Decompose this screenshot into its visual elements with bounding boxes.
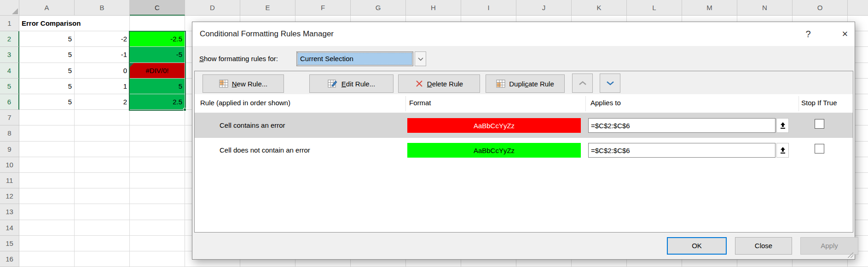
- cell-A16[interactable]: [19, 251, 75, 267]
- col-header-K[interactable]: K: [572, 0, 627, 16]
- cell-C6[interactable]: 2.5: [130, 94, 185, 110]
- cell-C13[interactable]: [130, 204, 185, 220]
- row-header-3[interactable]: 3: [0, 47, 19, 62]
- cell-B8[interactable]: [75, 125, 130, 141]
- cell-B13[interactable]: [75, 204, 130, 220]
- cell-C8[interactable]: [130, 125, 185, 141]
- cell-B7[interactable]: [75, 110, 130, 125]
- col-header-J[interactable]: J: [516, 0, 572, 16]
- cell-C16[interactable]: [130, 251, 185, 267]
- applies-to-input[interactable]: [588, 143, 775, 158]
- col-header-H[interactable]: H: [406, 0, 461, 16]
- row-header-12[interactable]: 12: [0, 188, 19, 204]
- cell-B3[interactable]: -1: [75, 47, 130, 62]
- cell-C15[interactable]: [130, 236, 185, 251]
- cell-C3[interactable]: -5: [130, 47, 185, 62]
- col-header-F[interactable]: F: [295, 0, 351, 16]
- rule-row-cell-not-contains-error[interactable]: Cell does not contain an error AaBbCcYyZ…: [195, 138, 853, 163]
- rule-row-cell-contains-error[interactable]: Cell contains an error AaBbCcYyZz: [195, 113, 853, 138]
- cell-B4[interactable]: 0: [75, 63, 130, 79]
- applies-to-input[interactable]: [588, 118, 775, 133]
- cell-A4[interactable]: 5: [19, 63, 75, 79]
- cell-A3[interactable]: 5: [19, 47, 75, 62]
- cell-C1[interactable]: [130, 16, 185, 31]
- row-header-10[interactable]: 10: [0, 157, 19, 173]
- ok-button[interactable]: OK: [667, 237, 727, 255]
- row-header-1[interactable]: 1: [0, 16, 19, 31]
- cell-A12[interactable]: [19, 188, 75, 204]
- close-button[interactable]: Close: [735, 237, 792, 255]
- select-all-corner[interactable]: [0, 0, 19, 16]
- row-header-4[interactable]: 4: [0, 63, 19, 79]
- duplicate-rule-button[interactable]: Duplicate Rule: [486, 74, 565, 93]
- row-header-11[interactable]: 11: [0, 173, 19, 188]
- col-header-C[interactable]: C: [130, 0, 185, 16]
- edit-rule-button[interactable]: Edit Rule...: [309, 74, 393, 93]
- cell-C2[interactable]: -2.5: [130, 31, 185, 47]
- cell-A1[interactable]: Error Comparison: [19, 16, 130, 31]
- dialog-titlebar[interactable]: Conditional Formatting Rules Manager ? ×: [192, 22, 855, 46]
- cell-B12[interactable]: [75, 188, 130, 204]
- cell-C10[interactable]: [130, 157, 185, 173]
- cell-A13[interactable]: [19, 204, 75, 220]
- row-header-9[interactable]: 9: [0, 142, 19, 157]
- cell-B10[interactable]: [75, 157, 130, 173]
- combobox-dropdown-button[interactable]: [415, 51, 426, 66]
- move-rule-up-button[interactable]: [572, 74, 593, 93]
- cell-C4[interactable]: #DIV/0!: [130, 63, 185, 79]
- cell-C12[interactable]: [130, 188, 185, 204]
- new-rule-button[interactable]: New Rule...: [203, 74, 284, 93]
- cell-B6[interactable]: 2: [75, 94, 130, 110]
- cell-C11[interactable]: [130, 173, 185, 188]
- cell-A15[interactable]: [19, 236, 75, 251]
- cell-C9[interactable]: [130, 142, 185, 157]
- cell-A7[interactable]: [19, 110, 75, 125]
- show-rules-for-combobox[interactable]: Current Selection: [296, 51, 413, 66]
- cell-C14[interactable]: [130, 220, 185, 236]
- cell-A6[interactable]: 5: [19, 94, 75, 110]
- cell-B15[interactable]: [75, 236, 130, 251]
- cell-A11[interactable]: [19, 173, 75, 188]
- row-header-7[interactable]: 7: [0, 110, 19, 125]
- col-header-A[interactable]: A: [19, 0, 75, 16]
- cell-B11[interactable]: [75, 173, 130, 188]
- cell-B2[interactable]: -2: [75, 31, 130, 47]
- cell-A2[interactable]: 5: [19, 31, 75, 47]
- col-header-D[interactable]: D: [185, 0, 240, 16]
- stop-if-true-checkbox[interactable]: [815, 119, 824, 129]
- cell-B14[interactable]: [75, 220, 130, 236]
- delete-rule-button[interactable]: Delete Rule: [398, 74, 480, 93]
- col-header-N[interactable]: N: [737, 0, 793, 16]
- row-header-16[interactable]: 16: [0, 251, 19, 267]
- row-header-15[interactable]: 15: [0, 236, 19, 251]
- cell-B9[interactable]: [75, 142, 130, 157]
- col-header-O[interactable]: O: [793, 0, 848, 16]
- row-header-5[interactable]: 5: [0, 79, 19, 94]
- collapse-dialog-button[interactable]: [776, 118, 789, 133]
- cell-C7[interactable]: [130, 110, 185, 125]
- cell-A10[interactable]: [19, 157, 75, 173]
- row-header-2[interactable]: 2: [0, 31, 19, 47]
- cell-A9[interactable]: [19, 142, 75, 157]
- col-header-E[interactable]: E: [240, 0, 295, 16]
- close-icon[interactable]: ×: [835, 22, 855, 46]
- cell-A8[interactable]: [19, 125, 75, 141]
- col-header-L[interactable]: L: [627, 0, 682, 16]
- stop-if-true-checkbox[interactable]: [815, 144, 824, 153]
- resize-grip[interactable]: [848, 252, 853, 258]
- col-header-M[interactable]: M: [682, 0, 737, 16]
- move-rule-down-button[interactable]: [600, 74, 620, 93]
- row-header-14[interactable]: 14: [0, 220, 19, 236]
- col-header-I[interactable]: I: [461, 0, 516, 16]
- cell-C5[interactable]: 5: [130, 79, 185, 94]
- col-header-G[interactable]: G: [351, 0, 406, 16]
- col-header-B[interactable]: B: [75, 0, 130, 16]
- row-header-6[interactable]: 6: [0, 94, 19, 110]
- cell-B5[interactable]: 1: [75, 79, 130, 94]
- cell-A14[interactable]: [19, 220, 75, 236]
- row-header-13[interactable]: 13: [0, 204, 19, 220]
- help-icon[interactable]: ?: [798, 22, 818, 46]
- collapse-dialog-button[interactable]: [776, 143, 789, 158]
- row-header-8[interactable]: 8: [0, 125, 19, 141]
- cell-B16[interactable]: [75, 251, 130, 267]
